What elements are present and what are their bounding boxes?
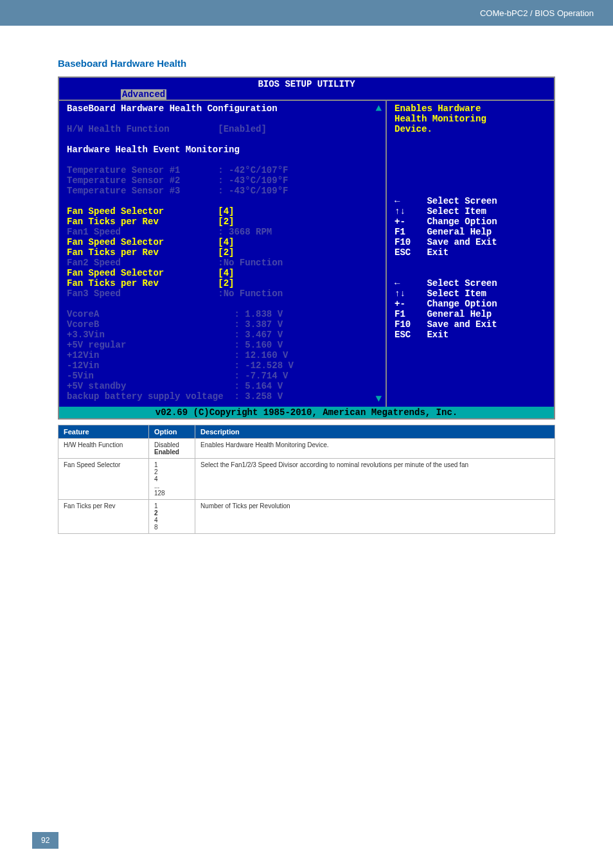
bios-blank: [395, 258, 546, 268]
nav-row: F1 General Help: [395, 227, 546, 237]
bios-blank: [67, 114, 378, 124]
bios-blank: [395, 268, 546, 278]
voltage-row: -12Vin : -12.528 V: [67, 360, 378, 371]
nav-row: ↑↓ Select Item: [395, 288, 546, 299]
monitoring-heading: Hardware Health Event Monitoring: [67, 145, 378, 155]
bios-tab-advanced[interactable]: Advanced: [121, 89, 166, 100]
bios-blank: [395, 186, 546, 196]
page-body: Baseboard Hardware Health BIOS SETUP UTI…: [0, 26, 613, 534]
fan-row[interactable]: Fan Ticks per Rev [2]: [67, 247, 378, 258]
bios-tab-row: Advanced: [59, 89, 554, 100]
bios-blank: [395, 145, 546, 155]
bios-blank: [67, 155, 378, 165]
cell-option: 124...128: [148, 459, 195, 500]
th-option: Option: [148, 425, 195, 439]
bios-blank: [395, 175, 546, 186]
th-description: Description: [195, 425, 555, 439]
fan-row[interactable]: Fan Speed Selector [4]: [67, 268, 378, 278]
voltage-row: +3.3Vin : 3.467 V: [67, 330, 378, 340]
cell-feature: Fan Ticks per Rev: [58, 500, 149, 534]
nav-row: +- Change Option: [395, 217, 546, 227]
scroll-up-icon[interactable]: ▲: [375, 103, 382, 114]
nav-row: ESC Exit: [395, 330, 546, 340]
hw-health-label: H/W Health Function: [67, 124, 218, 134]
table-row: Fan Ticks per Rev1248Number of Ticks per…: [58, 500, 555, 534]
help-text-2: Health Monitoring: [395, 114, 546, 124]
bios-main-heading: BaseBoard Hardware Health Configuration: [67, 103, 378, 114]
table-row: Fan Speed Selector124...128Select the Fa…: [58, 459, 555, 500]
bios-blank: [395, 134, 546, 145]
feature-table: Feature Option Description H/W Health Fu…: [58, 425, 555, 534]
cell-feature: H/W Health Function: [58, 439, 149, 459]
voltage-row: backup battery supply voltage : 3.258 V: [67, 391, 378, 402]
page-header: COMe-bPC2 / BIOS Operation: [0, 0, 613, 26]
help-text-1: Enables Hardware: [395, 103, 546, 114]
bios-main: ▲ BaseBoard Hardware Health Configuratio…: [59, 100, 554, 407]
voltage-row: -5Vin : -7.714 V: [67, 371, 378, 381]
bios-right-panel: Enables Hardware Health Monitoring Devic…: [387, 100, 554, 407]
nav-row: ← Select Screen: [395, 278, 546, 288]
nav-row: F10 Save and Exit: [395, 237, 546, 247]
cell-description: Number of Ticks per Revolution: [195, 500, 555, 534]
fan-row: Fan3 Speed :No Function: [67, 288, 378, 299]
table-header-row: Feature Option Description: [58, 425, 555, 439]
temp-row: Temperature Sensor #1 : -42°C/107°F: [67, 165, 378, 175]
bios-blank: [67, 299, 378, 309]
fan-row[interactable]: Fan Ticks per Rev [2]: [67, 217, 378, 227]
temp-row: Temperature Sensor #3 : -43°C/109°F: [67, 186, 378, 196]
help-text-3: Device.: [395, 124, 546, 134]
th-feature: Feature: [58, 425, 149, 439]
voltage-row: VcoreB : 3.387 V: [67, 319, 378, 330]
cell-description: Enables Hardware Health Monitoring Devic…: [195, 439, 555, 459]
cell-feature: Fan Speed Selector: [58, 459, 149, 500]
bios-blank: [395, 155, 546, 165]
nav-row: F10 Save and Exit: [395, 319, 546, 330]
header-product: COMe-bPC2 / BIOS Operation: [480, 8, 594, 18]
fan-row[interactable]: Fan Ticks per Rev [2]: [67, 278, 378, 288]
cell-option: DisabledEnabled: [148, 439, 195, 459]
nav-row: ↑↓ Select Item: [395, 206, 546, 217]
nav-row: ESC Exit: [395, 247, 546, 258]
page-number: 92: [32, 832, 58, 849]
cell-option: 1248: [148, 500, 195, 534]
voltage-row: VcoreA : 1.838 V: [67, 309, 378, 319]
nav-row: ← Select Screen: [395, 196, 546, 206]
bios-blank: [395, 165, 546, 175]
voltage-row: +5V regular : 5.160 V: [67, 340, 378, 350]
bios-blank: [67, 134, 378, 145]
fan-row[interactable]: Fan Speed Selector [4]: [67, 206, 378, 217]
scroll-down-icon[interactable]: ▼: [375, 394, 382, 404]
bios-blank: [67, 196, 378, 206]
table-row: H/W Health FunctionDisabledEnabledEnable…: [58, 439, 555, 459]
nav-row: F1 General Help: [395, 309, 546, 319]
temp-row: Temperature Sensor #2 : -43°C/109°F: [67, 175, 378, 186]
voltage-row: +5V standby : 5.164 V: [67, 381, 378, 391]
hw-health-row[interactable]: H/W Health Function [Enabled]: [67, 124, 378, 134]
hw-health-value: [Enabled]: [218, 124, 267, 134]
bios-copyright: v02.69 (C)Copyright 1985-2010, American …: [59, 407, 554, 418]
fan-row: Fan1 Speed : 3668 RPM: [67, 227, 378, 237]
bios-screen: BIOS SETUP UTILITY Advanced ▲ BaseBoard …: [58, 76, 555, 420]
fan-row[interactable]: Fan Speed Selector [4]: [67, 237, 378, 247]
bios-title: BIOS SETUP UTILITY: [59, 78, 554, 89]
nav-row: +- Change Option: [395, 299, 546, 309]
fan-row: Fan2 Speed :No Function: [67, 258, 378, 268]
bios-left-panel: ▲ BaseBoard Hardware Health Configuratio…: [59, 100, 387, 407]
section-title: Baseboard Hardware Health: [58, 58, 555, 69]
voltage-row: +12Vin : 12.160 V: [67, 350, 378, 360]
cell-description: Select the Fan1/2/3 Speed Divisor accord…: [195, 459, 555, 500]
